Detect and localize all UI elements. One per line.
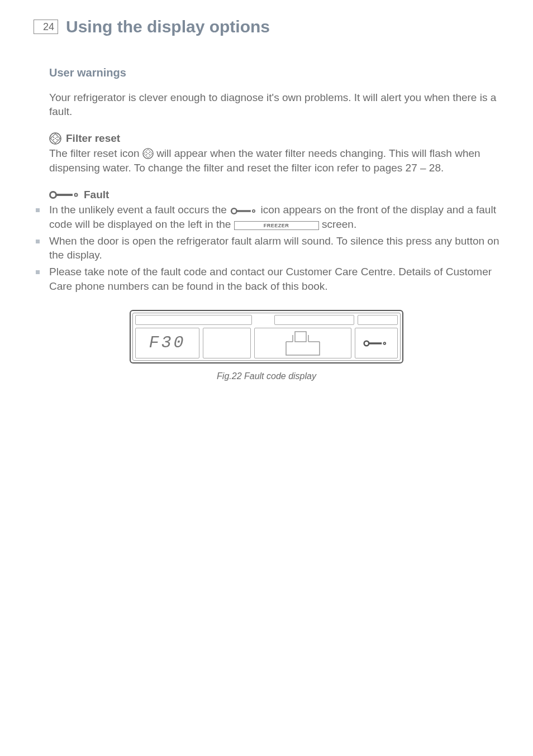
svg-point-19 [253,210,255,212]
svg-point-9 [146,152,147,154]
display-cell [355,328,398,358]
svg-rect-18 [236,210,251,212]
page: 24 Using the display options User warnin… [0,0,533,405]
svg-point-4 [53,139,54,140]
figure-caption: Fig.22 Fault code display [217,370,316,382]
svg-rect-15 [56,194,73,196]
filter-reset-heading: Filter reset [49,131,499,146]
page-title: Using the display options [66,16,270,39]
display-slot [274,315,354,325]
svg-point-5 [56,139,58,140]
svg-rect-26 [369,342,382,344]
figure: F30 [34,310,499,382]
page-number: 24 [43,20,54,34]
filter-reset-label: Filter reset [66,131,120,146]
svg-point-17 [231,209,236,214]
display-cell [254,328,351,358]
fault-key-icon [363,340,389,347]
fault-heading: Fault [49,188,499,202]
fault-key-icon [49,191,79,199]
svg-point-16 [75,193,78,196]
cup-icon [269,329,336,357]
fault-code-cell: F30 [135,328,199,358]
svg-point-2 [53,137,54,138]
display-cell [203,328,251,358]
svg-rect-20 [295,332,306,342]
fault-label: Fault [84,188,109,202]
svg-point-27 [384,342,386,344]
list-item: When the door is open the refrigerator f… [34,234,499,262]
fault-code-value: F30 [149,332,185,355]
fault-bullet-list: In the unlikely event a fault occurs the… [34,203,499,293]
filter-reset-text-before: The filter reset icon [49,147,142,159]
svg-point-6 [55,138,56,139]
svg-point-12 [149,154,150,155]
svg-point-11 [146,154,147,155]
list-item: In the unlikely event a fault occurs the… [34,203,499,231]
fault-b1-pre: In the unlikely event a fault occurs the [49,204,230,216]
filter-reset-text: The filter reset icon will appear when t… [49,146,499,175]
display-slot [358,315,398,325]
fault-b1-post: screen. [322,218,356,230]
filter-reset-icon [142,148,154,159]
freezer-screen-label: FREEZER [234,221,319,230]
svg-point-10 [149,152,150,154]
filter-reset-icon [49,132,61,145]
fault-b2: When the door is open the refrigerator f… [49,235,499,261]
list-item: Please take note of the fault code and c… [34,265,499,293]
display-slot [135,315,252,325]
page-number-box: 24 [34,20,58,34]
svg-point-14 [50,192,56,198]
svg-point-25 [364,341,369,346]
fault-b3: Please take note of the fault code and c… [49,266,492,292]
section-heading: User warnings [49,65,499,80]
header: 24 Using the display options [34,16,499,39]
fault-display-panel: F30 [130,310,403,363]
intro-paragraph: Your refrigerator is clever enough to di… [49,90,499,119]
svg-point-3 [56,137,58,138]
svg-point-13 [147,154,149,155]
fault-key-icon [230,208,258,214]
